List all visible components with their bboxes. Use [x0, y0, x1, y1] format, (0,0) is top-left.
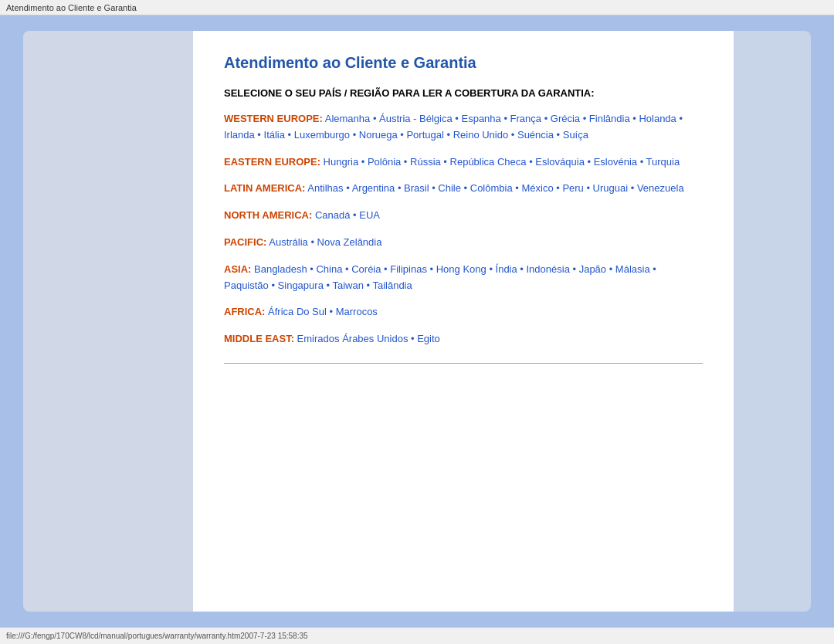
region-label-eastern-europe: EASTERN EUROPE:	[224, 156, 320, 168]
region-text-latin-america: Antilhas • Argentina • Brasil • Chile • …	[305, 182, 683, 194]
region-text-africa: África Do Sul • Marrocos	[265, 306, 377, 317]
region-africa: AFRICA: África Do Sul • Marrocos	[224, 304, 703, 320]
status-bar: file:///G:/fengp/170CW8/lcd/manual/portu…	[0, 627, 834, 644]
page-title: Atendimento ao Cliente e Garantia	[224, 54, 703, 72]
title-bar-text: Atendimento ao Cliente e Garantia	[6, 3, 137, 12]
left-panel	[23, 31, 193, 612]
region-text-asia: Bangladesh • China • Coréia • Filipinas …	[224, 263, 656, 291]
region-label-north-america: NORTH AMERICA:	[224, 209, 312, 221]
region-label-pacific: PACIFIC:	[224, 236, 266, 248]
region-north-america: NORTH AMERICA: Canadá • EUA	[224, 208, 703, 224]
region-text-pacific: Austrália • Nova Zelândia	[266, 236, 381, 248]
region-label-western-europe: WESTERN EUROPE:	[224, 113, 323, 124]
region-middle-east: MIDDLE EAST: Emirados Árabes Unidos • Eg…	[224, 331, 703, 347]
region-label-latin-america: LATIN AMERICA:	[224, 182, 305, 194]
region-asia: ASIA: Bangladesh • China • Coréia • Fili…	[224, 262, 703, 294]
region-western-europe: WESTERN EUROPE: Alemanha • Áustria - Bél…	[224, 111, 703, 144]
region-label-africa: AFRICA:	[224, 306, 265, 317]
region-label-middle-east: MIDDLE EAST:	[224, 333, 294, 344]
region-eastern-europe: EASTERN EUROPE: Hungria • Polônia • Rúss…	[224, 154, 703, 171]
status-bar-text: file:///G:/fengp/170CW8/lcd/manual/portu…	[6, 632, 308, 640]
right-panel	[734, 31, 811, 612]
region-pacific: PACIFIC: Austrália • Nova Zelândia	[224, 235, 703, 251]
main-content: Atendimento ao Cliente e Garantia SELECI…	[193, 31, 734, 612]
region-text-middle-east: Emirados Árabes Unidos • Egito	[294, 333, 440, 344]
content-divider	[224, 363, 703, 364]
region-text-eastern-europe: Hungria • Polônia • Rússia • República C…	[320, 156, 680, 168]
region-latin-america: LATIN AMERICA: Antilhas • Argentina • Br…	[224, 181, 703, 197]
region-label-asia: ASIA:	[224, 263, 251, 275]
region-text-north-america: Canadá • EUA	[312, 209, 380, 221]
intro-text: SELECIONE O SEU PAÍS / Região PARA LER A…	[224, 87, 703, 99]
regions-container: WESTERN EUROPE: Alemanha • Áustria - Bél…	[224, 111, 703, 347]
title-bar: Atendimento ao Cliente e Garantia	[0, 0, 834, 15]
browser-body: Atendimento ao Cliente e Garantia SELECI…	[0, 15, 834, 627]
